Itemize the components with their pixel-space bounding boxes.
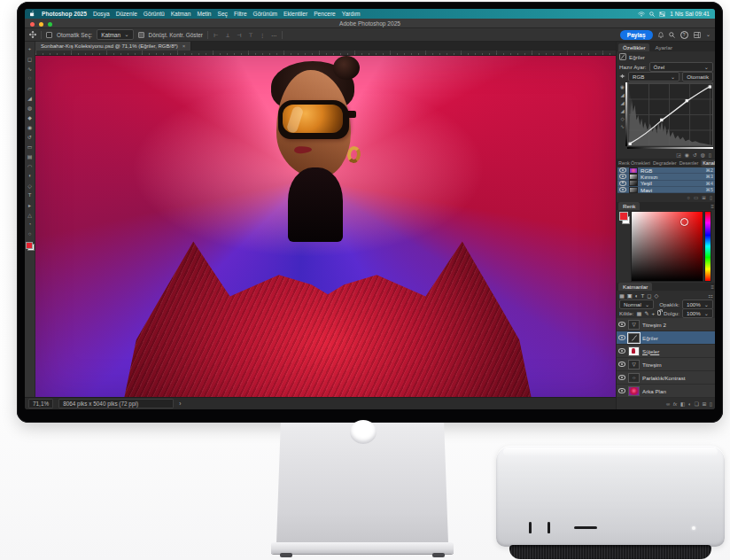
lasso-tool[interactable]: ∿	[26, 64, 35, 73]
toggle-visibility-icon[interactable]: ◍	[701, 152, 705, 158]
clip-to-layer-icon[interactable]: ◲	[676, 152, 680, 158]
panel-menu-icon[interactable]: ≡	[711, 203, 714, 209]
filter-adjustment-icon[interactable]: ◐	[635, 292, 639, 299]
eye-icon[interactable]	[618, 362, 625, 367]
close-tab-icon[interactable]: ×	[182, 43, 186, 49]
clone-stamp-tool[interactable]: ◉	[26, 122, 35, 131]
tab-layers[interactable]: Katmanlar	[618, 283, 652, 291]
history-brush-tool[interactable]: ↺	[26, 132, 35, 141]
menubar-item-yardim[interactable]: Yardım	[342, 11, 361, 17]
tab-settings[interactable]: Ayarlar	[650, 43, 677, 51]
menubar-item-duzenle[interactable]: Düzenle	[116, 11, 137, 17]
auto-select-checkbox[interactable]	[46, 32, 52, 38]
color-swatches[interactable]	[619, 212, 630, 224]
curves-editor[interactable]	[627, 82, 713, 146]
eye-icon[interactable]	[618, 322, 625, 327]
align-right-icon[interactable]: ⊣	[236, 31, 243, 38]
eye-icon[interactable]	[618, 335, 625, 340]
more-options-icon[interactable]: ⋯	[270, 31, 277, 38]
save-selection-icon[interactable]: ▭	[694, 195, 698, 200]
shape-tool[interactable]: △	[26, 210, 35, 219]
apple-logo-icon[interactable]	[30, 11, 35, 17]
filter-smart-icon[interactable]: ◇	[654, 292, 658, 299]
tab-properties[interactable]: Özellikler	[618, 43, 649, 51]
layer-row-vibrance2[interactable]: ▽ Titreşim 2	[617, 318, 715, 331]
tab-patterns[interactable]: Desenler	[680, 160, 699, 166]
add-mask-icon[interactable]: ◧	[680, 401, 685, 407]
layer-row-curves[interactable]: Eğriler	[617, 331, 715, 345]
edit-points-icon[interactable]: ◉	[620, 84, 625, 89]
panel-menu-icon[interactable]: ≡	[711, 284, 714, 290]
share-button[interactable]: Paylaş	[620, 30, 653, 40]
new-channel-icon[interactable]: ⊞	[702, 195, 706, 200]
pen-tool[interactable]: ◇	[26, 181, 35, 190]
filter-pixel-icon[interactable]: ▣	[627, 292, 633, 299]
blur-tool[interactable]: ◠	[26, 161, 35, 170]
menubar-item-katman[interactable]: Katman	[171, 11, 191, 17]
menubar-item-eklentiler[interactable]: Eklentiler	[283, 11, 307, 17]
spotlight-search-icon[interactable]	[649, 12, 655, 17]
wifi-icon[interactable]	[638, 12, 645, 17]
new-group-icon[interactable]: ❏	[695, 401, 699, 407]
targeted-adjust-icon[interactable]	[619, 74, 625, 79]
tab-channels[interactable]: Kanallar	[701, 159, 715, 167]
reset-adjustment-icon[interactable]: ↺	[693, 152, 697, 158]
gradient-tool[interactable]: ▤	[26, 152, 35, 160]
filter-shape-icon[interactable]: ◻	[647, 292, 651, 299]
workspace-chevron-icon[interactable]: ⌄	[706, 31, 711, 38]
crop-tool[interactable]: ▱	[26, 83, 35, 92]
delete-channel-icon[interactable]: ▯	[710, 195, 712, 200]
menubar-item-photoshop[interactable]: Photoshop 2025	[42, 11, 87, 17]
workspace-switcher-icon[interactable]	[694, 32, 701, 38]
control-center-icon[interactable]	[659, 12, 665, 17]
align-center-icon[interactable]: ⊥	[224, 31, 231, 38]
eraser-tool[interactable]: ▭	[26, 142, 35, 151]
eyedropper-white-icon[interactable]: ◢	[620, 108, 624, 113]
eye-icon[interactable]	[619, 187, 626, 192]
opacity-dropdown[interactable]: 100%⌄	[682, 299, 713, 309]
new-adjustment-icon[interactable]: ◐	[688, 401, 692, 407]
menubar-item-filtre[interactable]: Filtre	[234, 11, 247, 17]
eyedropper-gray-icon[interactable]: ◢	[620, 100, 624, 105]
layer-row-brightness[interactable]: ☼ Parlaklık/Kontrast	[617, 371, 715, 385]
healing-brush-tool[interactable]: ◍	[26, 103, 35, 112]
foreground-swatch[interactable]	[619, 212, 628, 221]
tab-swatches[interactable]: Renk Örnekleri	[618, 160, 650, 166]
type-tool[interactable]: T	[26, 191, 35, 199]
align-left-icon[interactable]: ⊢	[213, 31, 220, 38]
tab-color[interactable]: Renk	[618, 202, 640, 210]
show-transform-checkbox[interactable]	[138, 32, 144, 38]
eye-icon[interactable]	[619, 174, 626, 179]
menubar-item-pencere[interactable]: Pencere	[314, 11, 336, 17]
menubar-item-gorunum[interactable]: Görünüm	[253, 11, 278, 17]
filter-type-icon[interactable]: ▦	[619, 292, 625, 299]
menubar-item-metin[interactable]: Metin	[197, 11, 211, 17]
distribute-icon[interactable]: ⋮	[259, 31, 266, 38]
saturation-brightness-field[interactable]	[631, 211, 703, 282]
view-previous-state-icon[interactable]: ◉	[685, 152, 689, 158]
search-icon[interactable]	[669, 32, 675, 38]
brush-tool[interactable]: ◆	[26, 113, 35, 121]
document-tab[interactable]: Sonbahar-Kış Koleksiyonu.psd @ 71,1% (Eğ…	[35, 42, 191, 51]
status-chevron-icon[interactable]: ›	[179, 401, 181, 407]
channel-dropdown[interactable]: RGB⌄	[628, 72, 680, 82]
color-picker-ring[interactable]	[680, 218, 688, 226]
preset-dropdown[interactable]: Özel⌄	[649, 62, 714, 72]
blend-mode-dropdown[interactable]: Normal⌄	[619, 299, 654, 309]
lock-transparency-icon[interactable]: ▦	[637, 310, 642, 316]
filter-type-text-icon[interactable]: T	[641, 292, 644, 299]
eye-icon[interactable]	[618, 375, 625, 380]
eyedropper-tool[interactable]: ◢	[26, 93, 35, 102]
hue-slider[interactable]	[704, 211, 711, 282]
path-select-tool[interactable]: ▸	[26, 200, 35, 209]
lock-all-icon[interactable]	[657, 310, 661, 315]
move-tool-icon[interactable]	[29, 31, 36, 38]
layer-row-background[interactable]: Arka Plan	[617, 385, 715, 398]
zoom-level-field[interactable]: 71,1%	[28, 399, 53, 408]
eyedropper-black-icon[interactable]: ◢	[620, 92, 624, 97]
eye-icon[interactable]	[618, 348, 625, 354]
marquee-tool[interactable]: ◻	[26, 54, 35, 63]
quick-select-tool[interactable]: ◌	[26, 74, 35, 82]
delete-adjustment-icon[interactable]: ▯	[709, 152, 711, 158]
hand-tool[interactable]: ◔	[26, 220, 35, 229]
